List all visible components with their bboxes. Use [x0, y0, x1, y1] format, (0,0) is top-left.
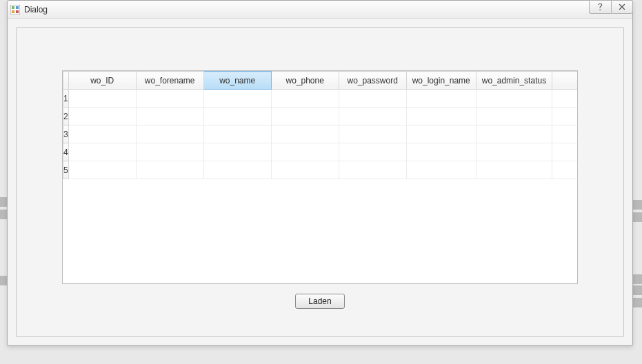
table-cell[interactable]	[476, 161, 552, 179]
row-header[interactable]: 4	[63, 143, 69, 161]
table-cell[interactable]	[406, 143, 476, 161]
table-cell[interactable]	[271, 90, 339, 108]
column-header[interactable]: wo_phone	[271, 72, 339, 90]
table-cell[interactable]	[271, 125, 339, 143]
table-cell[interactable]	[68, 143, 136, 161]
dialog-body: wo_IDwo_forenamewo_namewo_phonewo_passwo…	[16, 27, 624, 337]
table-cell[interactable]	[476, 108, 552, 125]
table-cell[interactable]	[136, 161, 203, 179]
column-header[interactable]: wo_forename	[136, 72, 203, 90]
table-cell[interactable]	[203, 125, 271, 143]
table-cell[interactable]	[271, 161, 339, 179]
help-button[interactable]	[589, 0, 611, 14]
table-cell[interactable]	[552, 125, 578, 143]
table-cell[interactable]	[552, 108, 578, 125]
column-header-empty	[552, 72, 578, 90]
table-cell[interactable]	[136, 108, 203, 125]
table-cell[interactable]	[339, 143, 406, 161]
row-header[interactable]: 3	[63, 125, 69, 143]
table-cell[interactable]	[68, 90, 136, 108]
table-cell[interactable]	[203, 143, 271, 161]
table-cell[interactable]	[552, 90, 578, 108]
table-cell[interactable]	[406, 161, 476, 179]
data-table[interactable]: wo_IDwo_forenamewo_namewo_phonewo_passwo…	[62, 70, 578, 284]
table-cell[interactable]	[136, 90, 203, 108]
table-row[interactable]: 1	[63, 90, 579, 108]
table-cell[interactable]	[552, 161, 578, 179]
table-row[interactable]: 2	[63, 108, 579, 125]
table-cell[interactable]	[406, 90, 476, 108]
load-button[interactable]: Laden	[295, 294, 344, 309]
table-cell[interactable]	[406, 108, 476, 125]
button-row: Laden	[62, 294, 578, 309]
svg-rect-1	[12, 6, 14, 9]
window-title: Dialog	[24, 5, 48, 14]
table-cell[interactable]	[271, 143, 339, 161]
svg-rect-3	[12, 10, 14, 13]
row-header[interactable]: 2	[63, 108, 69, 125]
table-cell[interactable]	[339, 161, 406, 179]
table-row[interactable]: 5	[63, 161, 579, 179]
table-corner-cell[interactable]	[63, 72, 69, 90]
svg-rect-2	[16, 6, 19, 9]
table-cell[interactable]	[68, 125, 136, 143]
svg-rect-4	[16, 10, 19, 13]
table-cell[interactable]	[68, 161, 136, 179]
table-cell[interactable]	[271, 108, 339, 125]
row-header[interactable]: 5	[63, 161, 69, 179]
table-cell[interactable]	[136, 143, 203, 161]
window-controls	[589, 0, 633, 14]
table-cell[interactable]	[203, 161, 271, 179]
table-cell[interactable]	[136, 125, 203, 143]
column-header[interactable]: wo_admin_status	[476, 72, 552, 90]
table-cell[interactable]	[339, 108, 406, 125]
table-cell[interactable]	[476, 143, 552, 161]
table-row[interactable]: 4	[63, 143, 579, 161]
table-row[interactable]: 3	[63, 125, 579, 143]
table-cell[interactable]	[476, 90, 552, 108]
table-cell[interactable]	[203, 90, 271, 108]
table-cell[interactable]	[406, 125, 476, 143]
table-cell[interactable]	[68, 108, 136, 125]
title-bar[interactable]: Dialog	[8, 1, 632, 19]
column-header[interactable]: wo_password	[339, 72, 406, 90]
column-header[interactable]: wo_name	[203, 72, 271, 90]
table-cell[interactable]	[552, 143, 578, 161]
table-cell[interactable]	[339, 90, 406, 108]
table-cell[interactable]	[339, 125, 406, 143]
row-header[interactable]: 1	[63, 90, 69, 108]
table-cell[interactable]	[203, 108, 271, 125]
table-cell[interactable]	[476, 125, 552, 143]
dialog-window: Dialog wo_IDwo_forenamewo_namewo_phonewo…	[7, 0, 633, 346]
column-header[interactable]: wo_login_name	[406, 72, 476, 90]
close-button[interactable]	[611, 0, 633, 14]
column-header[interactable]: wo_ID	[68, 72, 136, 90]
app-icon	[10, 5, 20, 14]
